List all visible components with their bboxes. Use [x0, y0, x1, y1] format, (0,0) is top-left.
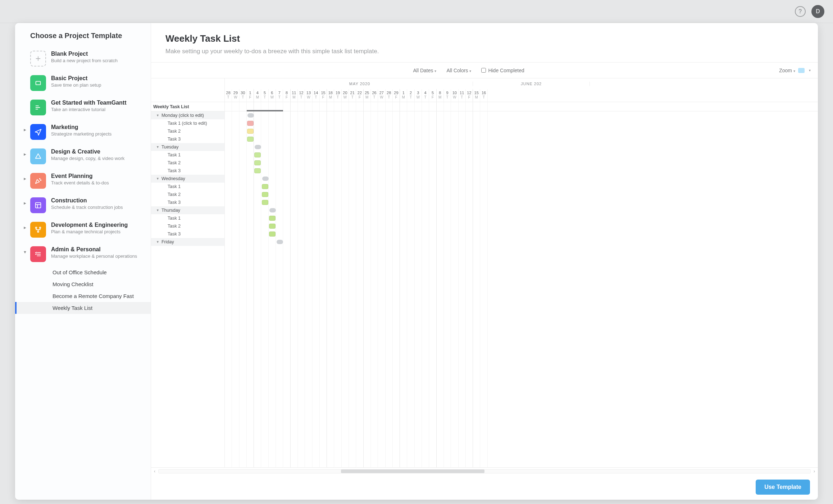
day-cell: 8M	[437, 89, 444, 102]
tri-icon	[30, 148, 46, 164]
template-subtitle: Save time on plan setup	[51, 82, 146, 88]
gantt-group[interactable]: ▼Wednesday	[151, 175, 224, 183]
expand-icon[interactable]: ►	[23, 177, 28, 181]
filter-dates[interactable]: All Dates▾	[413, 68, 436, 73]
expand-icon[interactable]: ►	[23, 128, 28, 132]
filter-hide-completed[interactable]: Hide Completed	[481, 68, 524, 73]
help-icon[interactable]: ?	[795, 6, 806, 17]
gantt-group-bar[interactable]	[277, 240, 283, 244]
gantt-group-bar[interactable]	[247, 113, 254, 118]
sub-template-item[interactable]: Moving Checklist	[53, 278, 151, 290]
checklist-icon	[30, 246, 46, 262]
scroll-track[interactable]	[158, 469, 811, 473]
template-category[interactable]: ► Design & Creative Manage design, copy,…	[15, 144, 151, 169]
gantt-task-label[interactable]: Task 2	[151, 222, 224, 230]
expand-icon[interactable]: ►	[23, 152, 28, 156]
day-cell: 5T	[261, 89, 268, 102]
collapse-icon[interactable]: ▼	[156, 209, 159, 212]
horizontal-scrollbar[interactable]: ‹ ›	[151, 467, 818, 475]
day-cell: 18M	[327, 89, 334, 102]
gantt-group[interactable]: ▼Monday (click to edit)	[151, 111, 224, 119]
collapse-icon[interactable]: ▼	[156, 240, 159, 244]
zoom-control[interactable]: Zoom▾	[779, 68, 795, 73]
gantt-task-bar[interactable]	[247, 129, 254, 134]
collapse-icon[interactable]: ▼	[156, 114, 159, 117]
gantt-task-label[interactable]: Task 3	[151, 198, 224, 206]
template-category[interactable]: ▼ Admin & Personal Manage workplace & pe…	[15, 242, 151, 266]
gantt-task-bar[interactable]	[262, 192, 268, 197]
gantt-task-bar[interactable]	[254, 160, 261, 165]
day-cell: 22F	[356, 89, 363, 102]
day-cell: 9T	[444, 89, 451, 102]
gantt-task-bar[interactable]	[262, 200, 268, 205]
template-category[interactable]: ► Marketing Strategize marketing project…	[15, 120, 151, 144]
hide-completed-checkbox[interactable]	[481, 68, 486, 73]
template-subtitle: Build a new project from scratch	[51, 58, 146, 63]
day-cell: 14T	[313, 89, 320, 102]
template-category[interactable]: ► Get Started with TeamGantt Take an int…	[15, 95, 151, 120]
sub-template-item[interactable]: Become a Remote Company Fast	[53, 290, 151, 302]
main-header: Weekly Task List Make setting up your we…	[151, 23, 818, 62]
day-cell: 25M	[364, 89, 371, 102]
template-category[interactable]: ► Blank Project Build a new project from…	[15, 46, 151, 71]
gantt-task-bar[interactable]	[254, 168, 261, 173]
collapse-icon[interactable]: ▼	[156, 177, 159, 180]
gantt-task-label[interactable]: Task 3	[151, 167, 224, 175]
sub-template-item[interactable]: Weekly Task List	[15, 302, 151, 314]
gantt-task-label[interactable]: Task 2	[151, 127, 224, 135]
scroll-left-icon[interactable]: ‹	[154, 469, 155, 474]
template-subtitle: Manage design, copy, & video work	[51, 156, 146, 161]
timeline-header: MAY 2020JUNE 202 28T29W30T1F4M5T6W7T8F11…	[151, 78, 818, 102]
gantt-group-bar[interactable]	[262, 177, 269, 181]
avatar[interactable]: D	[811, 5, 824, 18]
gantt-task-bar[interactable]	[262, 184, 268, 189]
template-category[interactable]: ► Development & Engineering Plan & manag…	[15, 217, 151, 242]
filter-colors[interactable]: All Colors▾	[446, 68, 471, 73]
template-category[interactable]: ► Construction Schedule & track construc…	[15, 193, 151, 217]
gantt-task-label[interactable]: Task 3	[151, 230, 224, 238]
scroll-right-icon[interactable]: ›	[814, 469, 815, 474]
expand-icon[interactable]: ▼	[23, 250, 28, 254]
gantt-task-bar[interactable]	[269, 216, 276, 221]
template-category[interactable]: ► Event Planning Track event details & t…	[15, 169, 151, 193]
template-category[interactable]: ► Basic Project Save time on plan setup	[15, 71, 151, 95]
gantt-group-bar[interactable]	[255, 145, 261, 149]
use-template-button[interactable]: Use Template	[756, 480, 810, 495]
gantt-group[interactable]: ▼Thursday	[151, 206, 224, 214]
gantt-task-label[interactable]: Task 3	[151, 135, 224, 143]
expand-icon[interactable]: ►	[23, 201, 28, 205]
template-title: Marketing	[51, 124, 146, 130]
template-preview: All Dates▾ All Colors▾ Hide Completed Zo…	[151, 62, 818, 475]
gantt-task-bar[interactable]	[254, 152, 261, 157]
gantt-task-bar[interactable]	[247, 137, 254, 142]
gantt-group-bar[interactable]	[269, 208, 276, 212]
template-subtitle: Take an interactive tutorial	[51, 107, 146, 112]
sub-template-item[interactable]: Out of Office Schedule	[53, 266, 151, 278]
gantt-task-label[interactable]: Task 1 (click to edit)	[151, 119, 224, 127]
day-cell: 16T	[480, 89, 487, 102]
gantt-task-bar[interactable]	[269, 224, 276, 229]
template-subtitle: Plan & manage technical projects	[51, 229, 146, 234]
gantt-task-bar[interactable]	[269, 232, 276, 237]
gantt-task-label[interactable]: Task 1	[151, 183, 224, 191]
day-cell: 3W	[415, 89, 422, 102]
expand-icon[interactable]: ►	[23, 225, 28, 230]
svg-rect-8	[36, 203, 41, 208]
gantt-task-label[interactable]: Task 1	[151, 151, 224, 159]
day-cell: 12T	[298, 89, 305, 102]
gantt-group[interactable]: ▼Tuesday	[151, 143, 224, 151]
collapse-icon[interactable]: ▼	[156, 145, 159, 149]
gantt-task-label[interactable]: Task 2	[151, 159, 224, 167]
filter-bar: All Dates▾ All Colors▾ Hide Completed Zo…	[151, 63, 818, 78]
template-subtitle: Strategize marketing projects	[51, 131, 146, 137]
gantt-task-label[interactable]: Task 2	[151, 191, 224, 198]
gantt-project-name: Weekly Task List	[151, 102, 224, 111]
day-cell: 1M	[400, 89, 407, 102]
gantt-task-label[interactable]: Task 1	[151, 214, 224, 222]
chevron-down-icon[interactable]: ▾	[809, 68, 811, 72]
chevron-down-icon: ▾	[793, 69, 795, 73]
gantt-task-bar[interactable]	[247, 121, 254, 126]
gantt-group[interactable]: ▼Friday	[151, 238, 224, 246]
scroll-thumb[interactable]	[341, 469, 484, 473]
template-title: Weekly Task List	[165, 33, 804, 44]
